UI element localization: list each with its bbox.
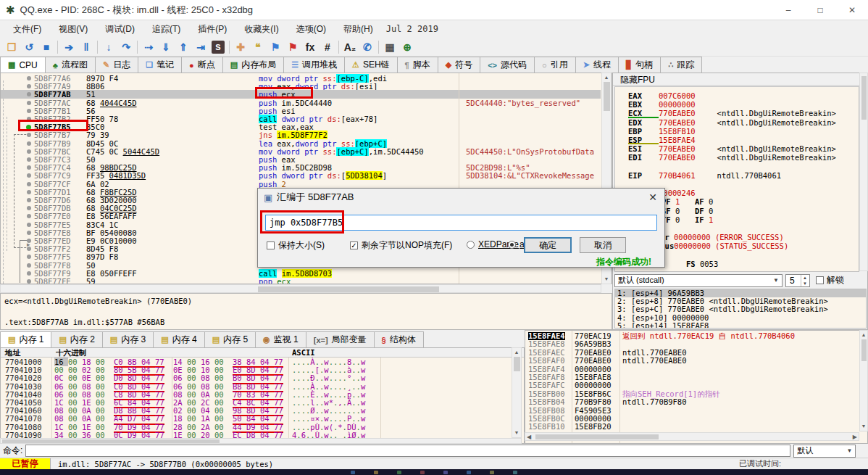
minimize-button[interactable]: – xyxy=(772,0,804,20)
register-value[interactable]: 00000000 (STATUS_SUCCESS) xyxy=(674,241,788,250)
register-value[interactable]: 770EABE0 xyxy=(659,153,696,162)
instruction-input[interactable]: jmp 0x5D8F77B5 xyxy=(265,215,657,231)
radio-unselected-icon[interactable] xyxy=(467,241,475,249)
pause-icon[interactable]: ‖ xyxy=(78,39,95,55)
breakpoint-gutter[interactable] xyxy=(1,244,34,253)
command-profile-select[interactable]: 默认▼ xyxy=(793,445,856,458)
menu-选项O[interactable]: 选项(O) xyxy=(288,21,335,38)
tab-memory-dump-3[interactable]: ▤内存 3 xyxy=(102,331,154,347)
breakpoint-gutter[interactable] xyxy=(1,180,34,189)
stack-arg-row[interactable]: 3: [esp+C] 770EABE0 <ntdll.DbgUiRemoteBr… xyxy=(615,305,866,313)
breakpoint-gutter[interactable] xyxy=(1,74,34,83)
flag-if[interactable]: IF 1 xyxy=(695,215,728,224)
nop-fill-checkbox[interactable]: ✓ 剩余字节以NOP填充(F) xyxy=(350,239,452,252)
breakpoint-gutter[interactable] xyxy=(1,212,34,220)
breakpoint-gutter[interactable] xyxy=(1,131,34,139)
breakpoint-gutter[interactable] xyxy=(1,204,34,212)
tab-source[interactable]: <>源代码 xyxy=(480,57,535,73)
register-row[interactable]: ESI770EABE0<ntdll.DbgUiRemoteBreakin> xyxy=(615,144,859,153)
register-row[interactable]: ECX770EABE0<ntdll.DbgUiRemoteBreakin> xyxy=(615,109,859,117)
stepper-arrows[interactable]: ▲▼ xyxy=(801,275,809,286)
hide-fpu-button[interactable]: 隐藏FPU xyxy=(613,73,867,86)
restart-icon[interactable]: ↺ xyxy=(20,39,38,55)
tab-cpu[interactable]: ▦CPU xyxy=(0,57,46,73)
tab-memory-dump-2[interactable]: ▤内存 2 xyxy=(51,331,102,347)
stack-panel[interactable]: 15E8FAE4770EAC19返回到 ntdll.770EAC19 自 ntd… xyxy=(525,330,868,444)
step-over-icon[interactable]: ↷ xyxy=(117,39,135,55)
registers-vscrollbar[interactable] xyxy=(859,73,868,271)
calling-convention-select[interactable]: 默认 (stdcall)▼ xyxy=(614,274,783,287)
breakpoint-gutter[interactable] xyxy=(1,252,34,261)
breakpoint-gutter[interactable] xyxy=(1,155,34,164)
tab-symbols[interactable]: ◆符号 xyxy=(438,57,480,73)
step-into-icon[interactable]: ↓ xyxy=(100,39,117,55)
cancel-button[interactable]: 取消 xyxy=(580,237,626,253)
keep-size-checkbox[interactable]: 保持大小(S) xyxy=(267,239,325,252)
disasm-row[interactable]: 5D8F77B98D45 0Clea eax,dword ptr ss:[ebp… xyxy=(1,139,601,148)
tab-references[interactable]: ○引用 xyxy=(534,57,576,73)
stack-args-list[interactable]: 1: [esp+4] 96A59BB32: [esp+8] 770EABE0 <… xyxy=(614,289,867,329)
register-value[interactable]: 770EABE0 xyxy=(659,144,696,153)
calculator-icon[interactable]: ▦ xyxy=(381,39,398,55)
label-icon[interactable]: ⚑ xyxy=(267,39,284,55)
hash-icon[interactable]: # xyxy=(319,39,336,55)
tab-memory-dump-4[interactable]: ▤内存 4 xyxy=(153,331,204,347)
disasm-row[interactable]: 5D8F77F9E8 050FFEFFcall im.5D8D8703 xyxy=(1,269,601,278)
checkbox-checked-icon[interactable]: ✓ xyxy=(350,241,358,249)
breakpoint-gutter[interactable] xyxy=(1,269,34,278)
register-value[interactable]: 15E8FB10 xyxy=(659,127,696,136)
tab-threads[interactable]: ➤线程 xyxy=(575,57,619,73)
disasm-row[interactable]: 5D8F77C9FF35 0481D35Dpush dword ptr ds:[… xyxy=(1,171,601,180)
close-button[interactable]: ✕ xyxy=(836,0,868,20)
register-value[interactable]: 770EABE0 xyxy=(659,109,696,117)
tab-script[interactable]: ¶脚本 xyxy=(397,57,438,73)
tab-memory-dump-5[interactable]: ▤内存 5 xyxy=(204,331,256,347)
arg-count-stepper[interactable]: 5 ▲▼ xyxy=(785,274,810,287)
breakpoint-gutter[interactable] xyxy=(1,107,34,115)
command-input[interactable] xyxy=(25,445,790,457)
register-row[interactable]: EDX770EABE0<ntdll.DbgUiRemoteBreakin> xyxy=(615,118,859,127)
flag-sf[interactable]: SF 0 xyxy=(662,207,695,215)
flag-df[interactable]: DF 0 xyxy=(695,207,728,215)
tab-trace[interactable]: ∴跟踪 xyxy=(660,57,702,73)
radio-selected-icon[interactable] xyxy=(508,241,516,249)
logging-icon[interactable]: ✆ xyxy=(359,39,376,55)
register-row[interactable]: EAX007C6000 xyxy=(615,91,859,100)
ok-button[interactable]: 确定 xyxy=(524,237,572,253)
disasm-row[interactable]: 5D8F77A98B06mov eax,dword ptr ds:[esi] xyxy=(1,82,601,91)
disasm-row[interactable]: 5D8F77CF6A 02push 2 xyxy=(1,180,601,189)
disasm-row[interactable]: 5D8F77C350push eax xyxy=(1,155,601,164)
tab-watch[interactable]: ◉监视 1 xyxy=(255,331,306,347)
stack-row[interactable]: 15E8FB1015E8FB20 xyxy=(525,423,867,431)
internet-icon[interactable]: ⊕ xyxy=(398,39,416,55)
disasm-hscrollbar[interactable] xyxy=(0,284,601,293)
tab-log[interactable]: ✎日志 xyxy=(95,57,138,73)
function-icon[interactable]: fx xyxy=(301,39,319,55)
stack-vscrollbar[interactable]: ▲ ▼ xyxy=(859,330,868,431)
register-row[interactable]: EDI770EABE0<ntdll.DbgUiRemoteBreakin> xyxy=(615,153,859,162)
breakpoint-gutter[interactable] xyxy=(1,139,34,148)
run-icon[interactable]: ➔ xyxy=(60,39,78,55)
memory-dump-panel[interactable]: 地址 十六进制 ASCII 7704100016 00 18 00C0 8B 0… xyxy=(0,347,525,444)
menu-插件P[interactable]: 插件(P) xyxy=(189,21,235,38)
dialog-close-icon[interactable]: ✕ xyxy=(648,191,657,203)
menu-帮助H[interactable]: 帮助(H) xyxy=(335,21,382,38)
disasm-row[interactable]: 5D8F77AC68 4044C45Dpush im.5DC444405DC44… xyxy=(1,99,601,107)
bookmark-icon[interactable]: ⚑ xyxy=(284,39,301,55)
comment-icon[interactable]: ❝ xyxy=(249,39,267,55)
assemble-icon[interactable]: A₂ xyxy=(341,39,359,55)
breakpoint-gutter[interactable] xyxy=(1,115,34,123)
register-value[interactable]: 00000000 xyxy=(659,100,696,109)
tab-call-stack[interactable]: ☰调用堆栈 xyxy=(283,57,345,73)
breakpoint-gutter[interactable] xyxy=(1,228,34,237)
disasm-row[interactable]: 5D8F77A6897D F4mov dword ptr ss:[ebp-C],… xyxy=(1,74,601,83)
step-out-icon[interactable]: ⇓ xyxy=(157,39,175,55)
breakpoint-gutter[interactable] xyxy=(1,147,34,156)
strings-icon[interactable]: S xyxy=(212,41,225,54)
tab-memory-map[interactable]: ▤内存布局 xyxy=(222,57,284,73)
tab-struct[interactable]: §结构体 xyxy=(374,331,424,347)
dialog-title-bar[interactable]: ▣ 汇编于 5D8F77AB ✕ xyxy=(258,189,664,206)
tab-locals[interactable]: [x=]局部变量 xyxy=(306,331,375,347)
register-row[interactable]: ESP15E8FAE4 xyxy=(615,136,859,144)
register-value[interactable]: 00000000 (ERROR_SUCCESS) xyxy=(674,233,784,241)
